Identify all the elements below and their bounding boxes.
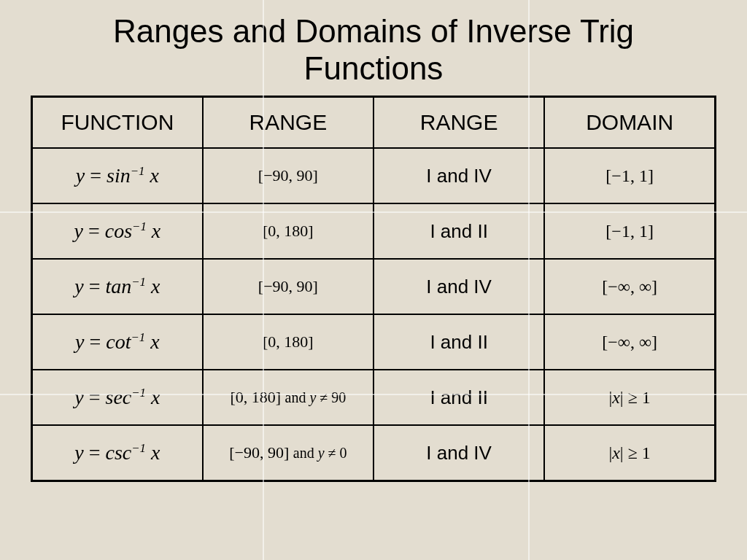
cell-domain: [−1, 1] [544, 203, 715, 259]
cell-function: y = csc−1 x [32, 425, 203, 481]
cell-function: y = tan−1 x [32, 259, 203, 314]
col-domain: DOMAIN [544, 97, 715, 149]
table-row: y = tan−1 x[−90, 90]I and IV[−∞, ∞] [32, 259, 716, 314]
cell-range-quadrants: I and II [374, 314, 544, 370]
trig-table: FUNCTION RANGE RANGE DOMAIN y = sin−1 x[… [31, 96, 716, 482]
col-range-quadrants: RANGE [374, 97, 544, 149]
table-row: y = sin−1 x[−90, 90]I and IV[−1, 1] [32, 148, 716, 203]
cell-domain: [−∞, ∞] [544, 259, 715, 314]
cell-function: y = cot−1 x [32, 314, 203, 370]
cell-range-quadrants: I and IV [374, 259, 544, 314]
cell-domain: |x| ≥ 1 [544, 425, 715, 481]
cell-range-interval: [−90, 90] [203, 148, 374, 203]
cell-range-interval: [−90, 90] and y ≠ 0 [203, 425, 374, 481]
table-header-row: FUNCTION RANGE RANGE DOMAIN [32, 97, 716, 149]
cell-range-interval: [0, 180] [203, 314, 374, 370]
cell-range-interval: [0, 180] [203, 203, 374, 259]
table-row: y = cot−1 x[0, 180]I and II[−∞, ∞] [32, 314, 716, 370]
cell-range-interval: [−90, 90] [203, 259, 374, 314]
table-row: y = csc−1 x[−90, 90] and y ≠ 0I and IV|x… [32, 425, 716, 481]
col-range-interval: RANGE [203, 97, 374, 149]
cell-function: y = sec−1 x [32, 370, 203, 425]
cell-range-quadrants: I and II [374, 203, 544, 259]
cell-domain: |x| ≥ 1 [544, 370, 715, 425]
cell-range-quadrants: I and II [374, 370, 544, 425]
col-function: FUNCTION [32, 97, 203, 149]
table-row: y = cos−1 x[0, 180]I and II[−1, 1] [32, 203, 716, 259]
cell-range-quadrants: I and IV [374, 425, 544, 481]
cell-function: y = sin−1 x [32, 148, 203, 203]
cell-range-interval: [0, 180] and y ≠ 90 [203, 370, 374, 425]
cell-range-quadrants: I and IV [374, 148, 544, 203]
cell-function: y = cos−1 x [32, 203, 203, 259]
table-row: y = sec−1 x[0, 180] and y ≠ 90I and II|x… [32, 370, 716, 425]
page-title: Ranges and Domains of Inverse Trig Funct… [44, 13, 703, 87]
cell-domain: [−∞, ∞] [544, 314, 715, 370]
cell-domain: [−1, 1] [544, 148, 715, 203]
